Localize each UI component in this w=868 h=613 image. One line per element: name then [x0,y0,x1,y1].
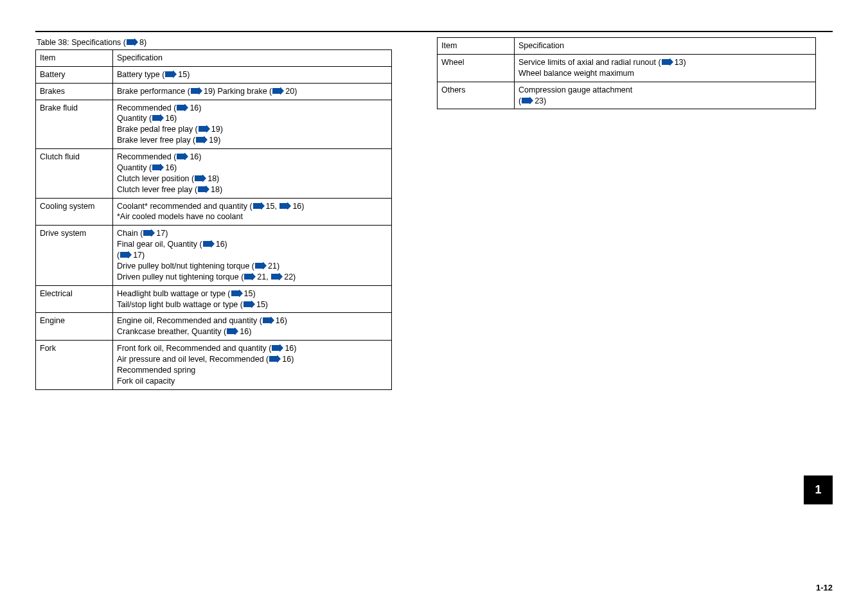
link-arrow-icon[interactable] [177,104,188,111]
cross-ref-link[interactable]: 15 [244,289,253,298]
cell-item: Wheel [438,54,515,82]
cell-text: Tail/stop light bulb wattage or type ( [117,300,243,309]
link-arrow-icon[interactable] [255,262,267,269]
cross-ref-link[interactable]: 16 [282,355,291,364]
link-arrow-icon[interactable] [120,251,132,258]
link-arrow-icon[interactable] [271,273,283,280]
cross-ref-link[interactable]: 15 [256,300,265,309]
cell-text: ) [294,87,297,96]
cross-ref-link[interactable]: 13 [675,58,684,67]
link-arrow-icon[interactable] [272,344,283,351]
svg-marker-23 [227,328,238,335]
cell-text: Brake performance ( [117,87,190,96]
svg-marker-1 [165,71,177,78]
cross-ref-link[interactable]: 20 [285,87,294,96]
link-arrow-icon[interactable] [263,317,274,324]
link-arrow-icon[interactable] [522,97,533,104]
link-arrow-icon[interactable] [195,175,206,182]
cross-ref-link[interactable]: 21 [268,262,277,271]
link-arrow-icon[interactable] [227,328,238,335]
cross-ref-link[interactable]: 17 [133,251,142,260]
cross-ref-link[interactable]: 21 [257,272,266,281]
cell-text: Clutch lever position ( [117,174,194,183]
cross-ref-link[interactable]: 16 [190,103,199,112]
section-tab: 1 [804,475,833,504]
cross-ref-link[interactable]: 15 [266,202,275,211]
cross-ref-link[interactable]: 17 [156,229,165,238]
link-arrow-icon[interactable] [203,240,215,247]
cell-text: ) [544,96,546,105]
cross-ref-link[interactable]: 16 [276,316,285,325]
link-arrow-icon[interactable] [127,39,138,46]
table-row: BrakesBrake performance (19) Parking bra… [36,83,392,100]
cross-ref-link[interactable]: 19 [204,87,213,96]
svg-marker-21 [244,301,255,308]
cell-text: , [274,202,279,211]
link-arrow-icon[interactable] [152,164,164,171]
cell-text: Brake pedal free play ( [117,125,198,134]
cross-ref-link[interactable]: 16 [240,327,249,336]
link-arrow-icon[interactable] [662,58,673,66]
cross-ref-link[interactable]: 16 [292,202,301,211]
cell-text: Engine oil, Recommended and quantity ( [117,316,262,325]
link-arrow-icon[interactable] [253,202,265,209]
cross-ref-link[interactable]: 19 [211,125,220,134]
cell-text: Coolant* recommended and quantity ( [117,202,252,211]
cross-ref-link[interactable]: 16 [190,152,199,161]
page-number: 1-12 [816,582,833,594]
svg-marker-25 [269,355,281,362]
table-caption: Table 38: Specifications (8) [35,37,392,48]
cross-ref-link[interactable]: 16 [216,240,225,249]
caption-link[interactable]: 8 [139,38,144,47]
link-arrow-icon[interactable] [279,202,291,209]
cross-ref-link[interactable]: 22 [284,272,293,281]
svg-marker-12 [253,202,265,209]
cell-text: Clutch lever free play ( [117,185,197,194]
link-arrow-icon[interactable] [177,153,188,160]
cell-text: ) [301,202,304,211]
cell-text: Battery type ( [117,70,164,79]
cell-spec: Headlight bulb wattage or type (15)Tail/… [113,285,392,313]
cell-spec: Recommended (16)Quantity (16)Brake pedal… [113,100,392,149]
link-arrow-icon[interactable] [165,71,177,78]
link-arrow-icon[interactable] [199,125,210,132]
link-arrow-icon[interactable] [191,87,202,94]
cell-text: ) [199,103,201,112]
table-row: Cooling systemCoolant* recommended and q… [36,198,392,226]
link-arrow-icon[interactable] [152,114,164,121]
cell-text: Recommended spring [117,366,195,375]
link-arrow-icon[interactable] [272,87,284,94]
link-arrow-icon[interactable] [231,290,243,297]
link-arrow-icon[interactable] [269,355,281,362]
cell-item: Others [438,82,515,109]
cell-text: , [266,272,270,281]
link-arrow-icon[interactable] [196,136,208,143]
th-spec: Specification [515,38,816,55]
table-row: Clutch fluidRecommended (16)Quantity (16… [36,149,392,199]
svg-marker-11 [198,186,209,193]
cross-ref-link[interactable]: 23 [535,96,544,105]
table-row: EngineEngine oil, Recommended and quanti… [36,313,392,341]
cell-text: ) [291,355,294,364]
cell-text: Quantity ( [117,114,152,123]
cell-text: ) [174,114,177,123]
spec-table-right: Item Specification WheelService limits o… [437,37,816,109]
cross-ref-link[interactable]: 16 [285,344,294,353]
cross-ref-link[interactable]: 18 [208,174,217,183]
cross-ref-link[interactable]: 18 [211,185,220,194]
cross-ref-link[interactable]: 16 [165,114,174,123]
cross-ref-link[interactable]: 15 [178,70,187,79]
link-arrow-icon[interactable] [198,186,209,193]
spec-table-left: Item Specification BatteryBattery type (… [35,49,392,390]
cell-spec: Battery type (15) [113,66,392,83]
link-arrow-icon[interactable] [244,301,255,308]
link-arrow-icon[interactable] [244,273,256,280]
caption-text-1: Table 38: Specifications ( [37,38,126,47]
cell-text: ) [285,316,287,325]
cell-text: ) [187,70,190,79]
svg-marker-14 [143,229,155,236]
cross-ref-link[interactable]: 19 [209,136,218,145]
link-arrow-icon[interactable] [143,229,155,236]
cross-ref-link[interactable]: 16 [165,163,174,172]
cell-text: Front fork oil, Recommended and quantity… [117,344,271,353]
